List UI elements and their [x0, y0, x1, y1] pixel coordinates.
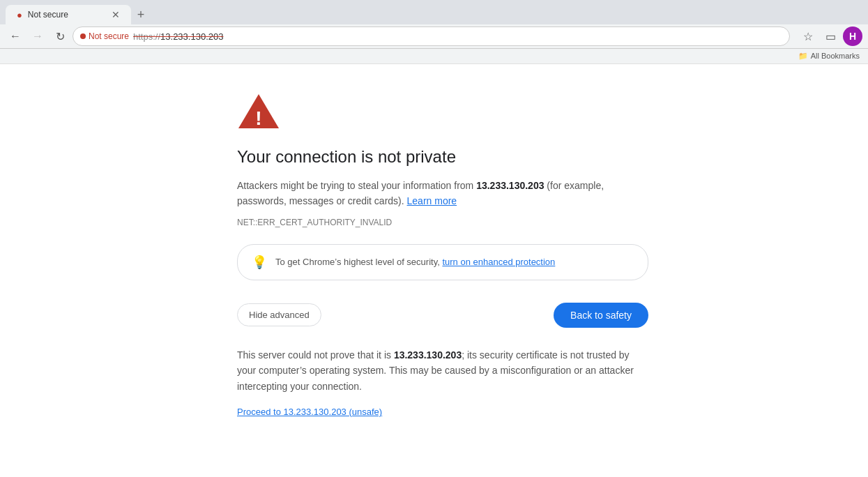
suggestion-text-part1: To get Chrome’s highest level of securit…	[275, 257, 442, 267]
bookmarks-bar: 📁All Bookmarks	[0, 49, 868, 64]
split-view-button[interactable]: ▭	[821, 26, 840, 46]
warning-icon-container: !	[237, 92, 280, 133]
advanced-text-part1: This server could not prove that it is	[237, 349, 394, 361]
active-tab[interactable]: ● Not secure ✕	[6, 5, 131, 24]
tab-close-button[interactable]: ✕	[112, 9, 120, 20]
learn-more-link[interactable]: Learn more	[407, 195, 457, 206]
security-suggestion-box: 💡 To get Chrome’s highest level of secur…	[237, 244, 648, 280]
back-to-safety-button[interactable]: Back to safety	[554, 303, 648, 328]
advanced-text: This server could not prove that it is 1…	[237, 347, 648, 394]
svg-text:!: !	[255, 107, 261, 129]
suggestion-text: To get Chrome’s highest level of securit…	[275, 257, 555, 267]
security-dot-icon	[80, 33, 86, 39]
back-button[interactable]: ←	[6, 26, 25, 46]
advanced-domain: 13.233.130.203	[394, 349, 462, 361]
tab-bar: ● Not secure ✕ +	[0, 0, 868, 24]
error-code: NET::ERR_CERT_AUTHORITY_INVALID	[237, 218, 392, 227]
bookmark-star-button[interactable]: ☆	[798, 26, 818, 46]
lightbulb-icon: 💡	[252, 255, 267, 270]
tab-security-icon: ●	[17, 10, 22, 20]
security-indicator: Not secure	[80, 31, 129, 41]
url-domain: 13.233.130.203	[160, 31, 223, 42]
enhanced-protection-link[interactable]: turn on enhanced protection	[442, 257, 555, 267]
forward-button[interactable]: →	[28, 26, 47, 46]
hide-advanced-button[interactable]: Hide advanced	[237, 303, 321, 326]
error-page: ! Your connection is not private Attacke…	[0, 64, 868, 477]
advanced-section: This server could not prove that it is 1…	[237, 347, 648, 418]
toolbar-right: ☆ ▭ H	[798, 26, 862, 46]
address-bar[interactable]: Not secure https://13.233.130.203	[73, 26, 790, 46]
buttons-row: Hide advanced Back to safety	[237, 303, 648, 328]
error-title: Your connection is not private	[237, 147, 456, 167]
tab-title: Not secure	[28, 10, 106, 20]
description-part1: Attackers might be trying to steal your …	[237, 180, 476, 191]
warning-triangle-icon: !	[237, 92, 280, 130]
browser-chrome: ● Not secure ✕ + ← → ↻ Not secure https:…	[0, 0, 868, 49]
new-tab-button[interactable]: +	[131, 5, 151, 24]
reload-button[interactable]: ↻	[50, 26, 70, 46]
error-description: Attackers might be trying to steal your …	[237, 178, 655, 209]
toolbar: ← → ↻ Not secure https://13.233.130.203 …	[0, 24, 868, 48]
bookmarks-label: 📁All Bookmarks	[798, 52, 860, 61]
url-prefix: https://	[133, 31, 160, 42]
description-domain: 13.233.130.203	[476, 180, 544, 191]
profile-avatar[interactable]: H	[843, 26, 862, 46]
security-label: Not secure	[89, 31, 129, 41]
url-display: https://13.233.130.203	[133, 31, 223, 42]
proceed-link[interactable]: Proceed to 13.233.130.203 (unsafe)	[237, 407, 382, 417]
